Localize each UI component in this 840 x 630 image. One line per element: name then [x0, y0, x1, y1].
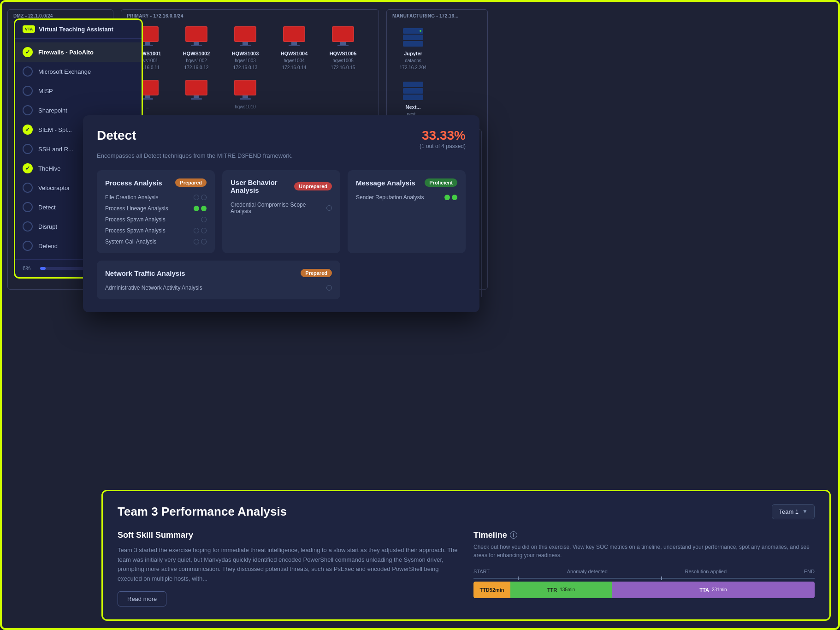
dot-6 [194, 239, 199, 244]
desktop-icon [184, 77, 209, 102]
vta-check-misp [23, 86, 33, 96]
server-icon [401, 24, 426, 49]
ttd-segment: TTD 52min [473, 582, 510, 598]
timeline-title: Timeline i [473, 530, 815, 540]
read-more-button[interactable]: Read more [118, 591, 166, 606]
credential-label: Credential Compromise Scope Analysis [231, 202, 326, 214]
detect-percent-value: 33.33% [420, 128, 466, 143]
svg-rect-55 [403, 88, 423, 94]
detect-modal-header: Detect 33.33% (1 out of 4 passed) [97, 128, 466, 149]
card-item-admin-network: Administrative Network Activity Analysis [105, 285, 332, 291]
vta-check-firewalls [23, 47, 33, 57]
process-spawn2-dots [194, 228, 207, 233]
server-icon [401, 77, 426, 102]
desktop-icon [233, 77, 258, 102]
performance-header: Team 3 Performance Analysis Team 1 ▼ [118, 504, 815, 519]
primary-zone-label: PRIMARY - 172.16.0.0/24 [127, 13, 373, 18]
svg-rect-49 [240, 98, 251, 100]
network-card-items: Administrative Network Activity Analysis [105, 285, 332, 291]
info-icon[interactable]: i [510, 531, 517, 539]
tta-label: TTA [699, 587, 709, 593]
system-call-dots [194, 239, 207, 244]
vta-progress-fill [40, 267, 46, 270]
timeline-resolution-label: Resolution applied [685, 569, 727, 574]
svg-rect-54 [403, 82, 423, 87]
process-card-items: File Creation Analysis Process Lineage A… [105, 194, 207, 245]
vta-label-misp: MISP [38, 88, 53, 95]
detect-modal-subtitle: Encompasses all Detect techniques from t… [97, 152, 466, 159]
user-behavior-card-title: User Behavior Analysis [231, 178, 294, 194]
credential-dots [326, 205, 332, 211]
soft-skill-title: Soft Skill Summary [118, 530, 459, 540]
svg-rect-43 [186, 81, 207, 95]
user-behavior-card-header: User Behavior Analysis Unprepared [231, 178, 332, 194]
svg-rect-52 [403, 41, 423, 47]
svg-point-53 [420, 30, 421, 32]
team-selector-dropdown[interactable]: Team 1 ▼ [772, 504, 815, 519]
vta-label-detect: Detect [38, 204, 56, 211]
vta-item-misp[interactable]: MISP [15, 81, 142, 101]
svg-rect-31 [284, 27, 304, 41]
vta-label-disrupt: Disrupt [38, 223, 57, 230]
desktop-icon [282, 24, 307, 49]
message-card-items: Sender Reputation Analysis [356, 194, 457, 201]
vta-label-exchange: Microsoft Exchange [38, 68, 91, 75]
timeline-end-label: END [804, 569, 815, 574]
svg-rect-25 [191, 45, 202, 46]
vta-check-sharepoint [23, 105, 33, 115]
tta-segment: TTA 231min [612, 582, 815, 598]
message-card-title: Message Analysis [356, 179, 415, 187]
sender-rep-dots [444, 195, 457, 200]
card-item-sender-rep: Sender Reputation Analysis [356, 194, 457, 201]
ttr-label: TTR [547, 587, 557, 593]
process-spawn1-dots [201, 217, 207, 222]
message-badge: Proficient [425, 178, 457, 187]
performance-title: Team 3 Performance Analysis [118, 505, 287, 519]
user-behavior-card-items: Credential Compromise Scope Analysis [231, 202, 332, 214]
card-item-process-lineage: Process Lineage Analysis [105, 205, 207, 212]
card-item-process-spawn1: Process Spawn Analysis [105, 216, 207, 223]
timeline-info-text: Check out how you did on this exercise. … [473, 543, 815, 559]
svg-rect-37 [337, 45, 349, 46]
dot-1 [194, 195, 199, 200]
dot-2 [201, 195, 207, 200]
vta-title: Virtual Teaching Assistant [39, 26, 113, 33]
svg-rect-35 [333, 27, 353, 41]
vta-logo: VTA [23, 25, 35, 33]
process-spawn2-label: Process Spawn Analysis [105, 227, 166, 234]
ttr-segment: TTR 135min [510, 582, 612, 598]
svg-rect-48 [243, 95, 248, 98]
vta-check-ssh [23, 144, 33, 154]
card-item-credential: Credential Compromise Scope Analysis [231, 202, 332, 214]
desktop-icon [184, 24, 209, 49]
ttr-time: 135min [560, 587, 575, 592]
svg-rect-36 [340, 42, 346, 45]
timeline-segments: TTD 52min TTR 135min TTA 231min [473, 582, 815, 598]
vta-check-disrupt [23, 221, 33, 232]
vta-label-velociraptor: Velociraptor [38, 184, 70, 191]
node-hqws-extra2 [176, 77, 217, 109]
node-hqws1003: HQWS1003 hqws1003 172.16.0.13 [225, 24, 266, 70]
detect-card-process: Process Analysis Prepared File Creation … [97, 170, 215, 253]
svg-rect-24 [194, 42, 199, 45]
file-creation-label: File Creation Analysis [105, 194, 158, 201]
svg-rect-29 [240, 45, 251, 46]
vta-item-exchange[interactable]: Microsoft Exchange [15, 62, 142, 81]
detect-score: 33.33% (1 out of 4 passed) [420, 128, 466, 149]
process-badge: Prepared [175, 178, 207, 187]
vta-item-firewalls[interactable]: Firewalls - PaloAlto [15, 42, 142, 62]
vta-header: VTA Virtual Teaching Assistant [15, 20, 142, 39]
node-jupyter: Jupyter dataops 172.16.2.204 [392, 24, 434, 70]
timeline-track: START Anomaly detected Resolution applie… [473, 569, 815, 598]
ttd-time: 52min [490, 587, 504, 593]
tta-time: 231min [712, 587, 727, 592]
detect-modal-title: Detect [97, 128, 136, 143]
dot-net [326, 285, 332, 291]
vta-label-siem: SIEM - Spl... [38, 126, 72, 133]
soft-skill-section: Soft Skill Summary Team 3 started the ex… [118, 530, 459, 606]
vta-check-exchange [23, 66, 33, 77]
dot-cred [326, 205, 332, 211]
vta-label-firewalls: Firewalls - PaloAlto [38, 49, 94, 56]
svg-rect-47 [235, 81, 255, 95]
card-item-process-spawn2: Process Spawn Analysis [105, 227, 207, 234]
